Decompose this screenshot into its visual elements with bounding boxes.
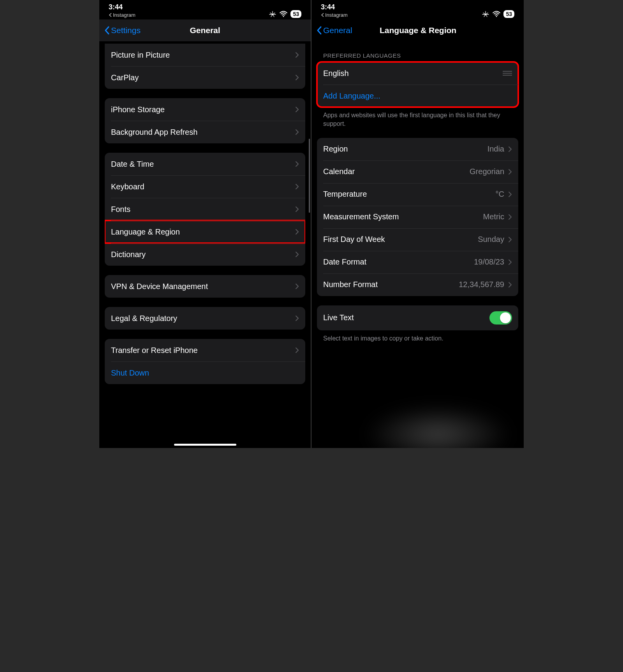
chevron-right-icon (508, 169, 512, 175)
row-value: 19/08/23 (474, 258, 504, 266)
back-to-app-instagram[interactable]: Instagram (321, 12, 348, 18)
wifi-icon (493, 11, 500, 17)
settings-group: Date & TimeKeyboardFontsLanguage & Regio… (105, 153, 305, 266)
row-label: Background App Refresh (111, 128, 295, 137)
nav-bar: General Language & Region (312, 19, 524, 41)
region-row-date-format[interactable]: Date Format19/08/23 (317, 251, 518, 273)
chevron-right-icon (295, 52, 299, 58)
row-label: Number Format (323, 280, 459, 289)
region-row-calendar[interactable]: CalendarGregorian (317, 161, 518, 183)
chevron-right-icon (295, 161, 299, 167)
row-label: Fonts (111, 205, 295, 214)
chevron-right-icon (508, 259, 512, 265)
live-text-toggle[interactable] (489, 311, 512, 325)
region-row-first-day-of-week[interactable]: First Day of WeekSunday (317, 228, 518, 251)
chevron-right-icon (295, 283, 299, 289)
settings-row-dictionary[interactable]: Dictionary (105, 243, 305, 266)
row-label: Dictionary (111, 250, 295, 259)
settings-row-fonts[interactable]: Fonts (105, 198, 305, 220)
status-time: 3:44 (321, 3, 335, 11)
row-value: °C (496, 190, 504, 199)
settings-group: Legal & Regulatory (105, 307, 305, 330)
svg-point-1 (496, 16, 497, 17)
row-label: Language & Region (111, 228, 295, 236)
add-language-row[interactable]: Add Language... (317, 85, 518, 107)
back-to-app-instagram[interactable]: Instagram (109, 12, 136, 18)
chevron-right-icon (508, 146, 512, 152)
chevron-right-icon (295, 129, 299, 135)
row-label: Transfer or Reset iPhone (111, 346, 295, 355)
airplane-mode-icon (269, 11, 276, 18)
back-button-settings[interactable]: Settings (104, 26, 141, 35)
chevron-right-icon (508, 214, 512, 220)
live-text-footer: Select text in images to copy or take ac… (317, 330, 518, 343)
row-label: Legal & Regulatory (111, 314, 295, 323)
settings-row-date-time[interactable]: Date & Time (105, 153, 305, 175)
settings-content: Picture in PictureCarPlayiPhone StorageB… (99, 41, 311, 448)
language-row-english[interactable]: English (317, 62, 518, 85)
settings-group: Picture in PictureCarPlay (105, 44, 305, 89)
preferred-languages-footer: Apps and websites will use the first lan… (317, 107, 518, 129)
back-button-general[interactable]: General (316, 26, 352, 35)
caret-left-icon (109, 13, 112, 17)
region-row-region[interactable]: RegionIndia (317, 138, 518, 161)
row-label: Shut Down (111, 369, 299, 377)
preferred-languages-group: English Add Language... (317, 62, 518, 107)
settings-row-transfer-or-reset-iphone[interactable]: Transfer or Reset iPhone (105, 339, 305, 362)
row-label: First Day of Week (323, 235, 478, 244)
region-row-number-format[interactable]: Number Format12,34,567.89 (317, 273, 518, 296)
language-label: English (323, 69, 503, 78)
live-text-group: Live Text (317, 305, 518, 330)
chevron-right-icon (295, 347, 299, 353)
phone-language-region: 3:44 Instagram 53 General Language & Reg… (312, 0, 524, 448)
language-region-content: PREFERRED LANGUAGES English Add Language… (312, 41, 524, 448)
drag-handle-icon[interactable] (503, 71, 512, 76)
chevron-left-icon (316, 26, 322, 35)
preferred-languages-header: PREFERRED LANGUAGES (317, 41, 518, 62)
caret-left-icon (321, 13, 324, 17)
settings-row-carplay[interactable]: CarPlay (105, 66, 305, 89)
settings-row-background-app-refresh[interactable]: Background App Refresh (105, 121, 305, 143)
settings-group: VPN & Device Management (105, 275, 305, 298)
row-label: Calendar (323, 167, 470, 176)
chevron-left-icon (104, 26, 110, 35)
settings-row-shut-down[interactable]: Shut Down (105, 362, 305, 384)
row-value: Gregorian (470, 167, 504, 176)
status-time: 3:44 (109, 3, 123, 11)
chevron-right-icon (295, 183, 299, 190)
chevron-right-icon (508, 236, 512, 243)
chevron-right-icon (508, 191, 512, 198)
phone-general-settings: 3:44 Instagram 53 Settings General Pictu… (99, 0, 312, 448)
row-label: iPhone Storage (111, 105, 295, 114)
region-row-temperature[interactable]: Temperature°C (317, 183, 518, 206)
region-settings-group: RegionIndiaCalendarGregorianTemperature°… (317, 138, 518, 296)
row-value: India (487, 145, 504, 153)
svg-point-0 (283, 16, 284, 17)
region-row-measurement-system[interactable]: Measurement SystemMetric (317, 206, 518, 228)
nav-bar: Settings General (99, 19, 311, 41)
blur-smudge (364, 405, 512, 448)
row-label: VPN & Device Management (111, 282, 295, 291)
airplane-mode-icon (482, 11, 489, 18)
chevron-right-icon (508, 282, 512, 288)
chevron-right-icon (295, 251, 299, 258)
row-value: Sunday (478, 235, 504, 244)
settings-group: iPhone StorageBackground App Refresh (105, 98, 305, 143)
status-bar: 3:44 Instagram 53 (99, 0, 311, 19)
row-label: Temperature (323, 190, 496, 199)
chevron-right-icon (295, 74, 299, 81)
settings-row-legal-regulatory[interactable]: Legal & Regulatory (105, 307, 305, 330)
settings-row-vpn-device-management[interactable]: VPN & Device Management (105, 275, 305, 298)
screenshots-container: 3:44 Instagram 53 Settings General Pictu… (99, 0, 524, 448)
settings-row-language-region[interactable]: Language & Region (105, 220, 305, 243)
row-label: Picture in Picture (111, 51, 295, 60)
settings-row-iphone-storage[interactable]: iPhone Storage (105, 98, 305, 121)
home-indicator (174, 444, 236, 446)
settings-row-picture-in-picture[interactable]: Picture in Picture (105, 44, 305, 66)
settings-row-keyboard[interactable]: Keyboard (105, 175, 305, 198)
chevron-right-icon (295, 106, 299, 113)
row-value: Metric (483, 212, 504, 221)
live-text-row[interactable]: Live Text (317, 305, 518, 330)
chevron-right-icon (295, 229, 299, 235)
settings-group: Transfer or Reset iPhoneShut Down (105, 339, 305, 384)
